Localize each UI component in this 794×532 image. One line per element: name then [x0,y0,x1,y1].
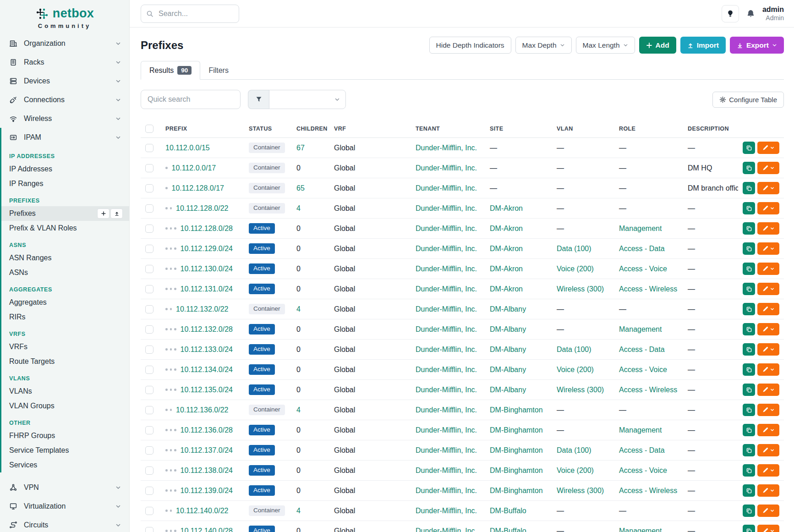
edit-button[interactable] [757,484,779,497]
column-header-prefix[interactable]: PREFIX [161,120,244,138]
tab-filters[interactable]: Filters [200,62,237,79]
prefix-link[interactable]: 10.112.129.0/24 [181,245,233,253]
copy-button[interactable] [743,283,755,295]
edit-button[interactable] [757,182,779,194]
edit-button[interactable] [757,505,779,517]
sidebar-item[interactable]: FHRP Groups [1,428,129,443]
copy-button[interactable] [743,404,755,416]
column-header-role[interactable]: ROLE [614,120,683,138]
brand[interactable]: netbox Community [0,0,129,34]
edit-button[interactable] [757,142,779,154]
row-checkbox[interactable] [145,406,153,414]
copy-button[interactable] [743,242,755,255]
copy-button[interactable] [743,484,755,497]
sidebar-item[interactable]: VLANs [1,384,129,399]
copy-button[interactable] [743,162,755,174]
sidebar-item-vpn[interactable]: VPN [0,478,129,497]
sidebar-item[interactable]: ASN Ranges [1,251,129,265]
prefix-link[interactable]: 10.112.133.0/24 [181,346,233,354]
prefix-link[interactable]: 10.112.140.0/28 [181,527,233,532]
sidebar-item[interactable]: ASNs [1,265,129,280]
sidebar-item-racks[interactable]: Racks [0,53,129,71]
row-checkbox[interactable] [145,487,153,495]
sidebar-item-circuits[interactable]: Circuits [0,516,129,532]
row-checkbox[interactable] [145,446,153,455]
copy-button[interactable] [743,363,755,376]
row-checkbox[interactable] [145,164,153,172]
row-checkbox[interactable] [145,466,153,475]
sidebar-item[interactable]: RIRs [1,310,129,324]
edit-button[interactable] [757,263,779,275]
sidebar-item[interactable]: Prefix & VLAN Roles [1,221,129,236]
prefix-link[interactable]: 10.112.136.0/22 [176,406,228,414]
prefix-link[interactable]: 10.112.139.0/24 [181,487,233,495]
row-checkbox[interactable] [145,265,153,273]
edit-button[interactable] [757,424,779,436]
row-checkbox[interactable] [145,527,153,532]
user-menu[interactable]: admin Admin [762,5,784,22]
edit-button[interactable] [757,303,779,315]
sidebar-item[interactable]: IP Addresses [1,162,129,176]
column-header-desc[interactable]: DESCRIPTION [683,120,738,138]
edit-button[interactable] [757,404,779,416]
edit-button[interactable] [757,444,779,456]
theme-toggle-button[interactable] [722,5,739,22]
max-length-dropdown[interactable]: Max Length [576,37,635,54]
quick-search-input[interactable] [141,90,241,109]
column-header-vrf[interactable]: VRF [329,120,411,138]
prefix-link[interactable]: 10.112.134.0/24 [181,366,233,374]
prefix-link[interactable]: 10.112.136.0/28 [181,426,233,434]
row-checkbox[interactable] [145,245,153,253]
row-checkbox[interactable] [145,225,153,233]
copy-button[interactable] [743,505,755,517]
import-button[interactable]: Import [680,37,726,54]
sidebar-item[interactable]: Route Targets [1,354,129,369]
sidebar-item-organization[interactable]: Organization [0,34,129,53]
copy-button[interactable] [743,323,755,335]
copy-button[interactable] [743,263,755,275]
edit-button[interactable] [757,343,779,356]
search-input[interactable] [141,5,239,23]
copy-button[interactable] [743,525,755,532]
row-checkbox[interactable] [145,346,153,354]
column-header-status[interactable]: STATUS [244,120,292,138]
tab-results[interactable]: Results 90 [141,61,200,80]
copy-button[interactable] [743,424,755,436]
copy-button[interactable] [743,222,755,235]
sidebar-item-connections[interactable]: Connections [0,90,129,109]
copy-button[interactable] [743,182,755,194]
edit-button[interactable] [757,464,779,477]
filter-funnel-button[interactable] [248,90,269,109]
prefix-link[interactable]: 10.112.0.0/17 [172,164,216,172]
sidebar-item-ipam[interactable]: IPAM [1,128,129,147]
prefix-link[interactable]: 10.112.135.0/24 [181,386,233,394]
column-header-tenant[interactable]: TENANT [411,120,485,138]
copy-button[interactable] [743,464,755,477]
column-header-site[interactable]: SITE [485,120,552,138]
edit-button[interactable] [757,384,779,396]
edit-button[interactable] [757,283,779,295]
configure-table-button[interactable]: Configure Table [712,92,784,108]
copy-button[interactable] [743,444,755,456]
row-checkbox[interactable] [145,285,153,293]
row-checkbox[interactable] [145,184,153,192]
copy-button[interactable] [743,303,755,315]
column-header-children[interactable]: CHILDREN [292,120,329,138]
prefix-link[interactable]: 10.112.128.0/28 [181,225,233,233]
row-checkbox[interactable] [145,507,153,515]
prefix-link[interactable]: 10.112.130.0/24 [181,265,233,273]
copy-button[interactable] [743,142,755,154]
row-checkbox[interactable] [145,204,153,213]
hide-depth-indicators-button[interactable]: Hide Depth Indicators [429,37,511,54]
prefix-link[interactable]: 10.112.131.0/24 [181,285,233,293]
copy-button[interactable] [743,384,755,396]
edit-button[interactable] [757,323,779,335]
quick-import-button[interactable] [110,208,123,219]
max-depth-dropdown[interactable]: Max Depth [515,37,572,54]
quick-add-button[interactable] [97,208,110,219]
prefix-link[interactable]: 10.112.132.0/22 [176,305,228,313]
row-checkbox[interactable] [145,305,153,313]
row-checkbox[interactable] [145,366,153,374]
edit-button[interactable] [757,222,779,235]
copy-button[interactable] [743,202,755,214]
